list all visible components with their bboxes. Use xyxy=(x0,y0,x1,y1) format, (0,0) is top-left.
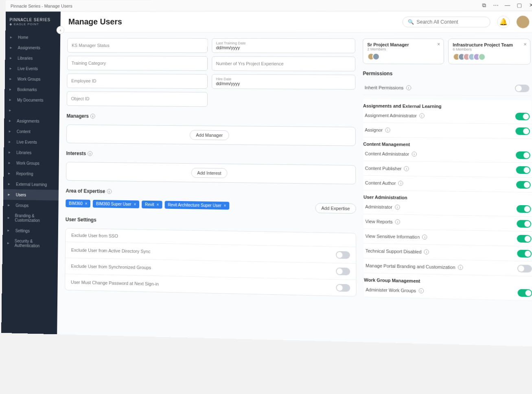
info-icon[interactable]: i xyxy=(406,85,411,90)
permission-toggle[interactable] xyxy=(516,181,531,189)
sidebar-item[interactable]: ▸Libraries xyxy=(5,53,60,63)
sidebar-item-label: Security & Authentication xyxy=(15,239,53,249)
permission-toggle[interactable] xyxy=(517,205,531,213)
sidebar-item[interactable]: ▸Settings xyxy=(2,225,58,236)
sidebar-item-label: My Documents xyxy=(17,98,44,102)
permission-row: Manage Portal Branding and Customization… xyxy=(364,258,532,277)
expertise-chip[interactable]: Revit Architecture Super User× xyxy=(164,201,229,210)
employee-id-field[interactable]: Employee ID xyxy=(67,74,208,89)
nav-item-icon: ▸ xyxy=(8,203,13,208)
sidebar-item[interactable]: ▸Work Groups xyxy=(5,74,60,84)
info-icon[interactable]: i xyxy=(90,114,95,118)
sidebar-item[interactable]: ▸External Learning xyxy=(3,179,59,190)
remove-team-icon[interactable]: × xyxy=(523,42,527,47)
sidebar-item[interactable]: ▸Assignments xyxy=(4,116,59,127)
sidebar-item[interactable]: ▸Reporting xyxy=(3,168,59,179)
remove-chip-icon[interactable]: × xyxy=(134,202,136,206)
sidebar-item-label: External Learning xyxy=(16,182,47,187)
remove-chip-icon[interactable]: × xyxy=(157,202,159,207)
info-icon[interactable]: i xyxy=(107,189,112,194)
info-icon[interactable]: i xyxy=(385,127,390,132)
minimize-icon[interactable]: — xyxy=(504,2,510,8)
collapse-sidebar-button[interactable]: ‹ xyxy=(57,26,65,34)
info-icon[interactable]: i xyxy=(395,219,400,225)
main: Manage Users 🔍 🔔 KS Manager Status xyxy=(57,11,532,346)
permission-toggle[interactable] xyxy=(516,166,531,174)
training-category-field[interactable]: Training Category xyxy=(67,56,208,71)
add-interest-button[interactable]: Add Interest xyxy=(191,168,227,178)
permission-toggle[interactable] xyxy=(515,127,530,135)
permission-row: Administer Work Groupsi xyxy=(364,282,532,301)
team-card[interactable]: ×Infrastructure Project Team6 Members xyxy=(448,39,531,65)
sidebar-item-label: Settings xyxy=(15,228,30,233)
info-icon[interactable]: i xyxy=(424,250,429,255)
notifications-button[interactable]: 🔔 xyxy=(497,15,510,28)
sidebar-item[interactable]: ▸Content xyxy=(4,126,59,137)
brand-line2: ◆ EAGLE POINT xyxy=(9,22,57,26)
info-icon[interactable]: i xyxy=(398,181,403,186)
window-controls: ⧉ ⋯ — ▢ ✕ xyxy=(481,2,532,8)
permission-toggle[interactable] xyxy=(518,289,532,297)
info-icon[interactable]: i xyxy=(88,151,92,156)
inherit-permissions-toggle[interactable] xyxy=(515,85,530,92)
ks-manager-status-field[interactable]: KS Manager Status xyxy=(67,38,208,53)
add-expertise-button[interactable]: Add Expertise xyxy=(315,203,356,214)
expertise-chips: BIM360×BIM360 Super User×Revit×Revit Arc… xyxy=(66,199,311,211)
setting-toggle[interactable] xyxy=(336,284,350,292)
years-experience-field[interactable]: Number of Yrs Project Experience xyxy=(212,56,355,71)
team-card[interactable]: ×Sr Project Manager2 Members xyxy=(363,38,444,64)
remove-team-icon[interactable]: × xyxy=(437,42,440,47)
sidebar-item[interactable]: ▸Assignments xyxy=(5,43,60,53)
info-icon[interactable]: i xyxy=(422,234,427,240)
sidebar-item[interactable]: ▸Live Events xyxy=(4,137,59,148)
expertise-chip[interactable]: Revit× xyxy=(142,201,162,209)
close-icon[interactable]: ✕ xyxy=(528,2,532,8)
permission-toggle[interactable] xyxy=(517,265,532,273)
sidebar-item[interactable]: ▸Work Groups xyxy=(4,158,59,169)
remove-chip-icon[interactable]: × xyxy=(224,204,226,208)
permission-toggle[interactable] xyxy=(517,220,531,228)
right-column: ×Sr Project Manager2 Members×Infrastruct… xyxy=(363,38,532,340)
maximize-icon[interactable]: ▢ xyxy=(516,2,522,8)
nav-item-icon: ▸ xyxy=(10,56,15,61)
expertise-chip[interactable]: BIM360× xyxy=(66,199,90,208)
remove-chip-icon[interactable]: × xyxy=(85,201,88,206)
setting-toggle[interactable] xyxy=(336,251,350,259)
permission-toggle[interactable] xyxy=(517,250,532,258)
sidebar-item[interactable]: ▸ xyxy=(4,105,60,116)
setting-toggle[interactable] xyxy=(336,267,350,275)
sidebar-item[interactable]: ▸My Documents xyxy=(4,95,60,106)
permission-toggle[interactable] xyxy=(515,113,530,120)
object-id-field[interactable]: Object ID xyxy=(67,91,208,107)
info-icon[interactable]: i xyxy=(458,265,463,270)
info-icon[interactable]: i xyxy=(395,205,400,210)
search-box[interactable]: 🔍 xyxy=(402,16,490,27)
sidebar-item-label: Reporting xyxy=(16,171,33,176)
sidebar-item[interactable]: ▸Live Events xyxy=(5,63,60,74)
hire-date-field[interactable]: Hire Date dd/mm/yyyy xyxy=(212,74,356,90)
cast-icon[interactable]: ⧉ xyxy=(481,2,487,8)
add-manager-button[interactable]: Add Manager xyxy=(190,130,229,140)
sidebar-item[interactable]: ▸Bookmarks xyxy=(4,84,60,95)
page-title: Manage Users xyxy=(68,17,122,26)
sidebar-item[interactable]: ▸Groups xyxy=(3,200,58,211)
expertise-chip[interactable]: BIM360 Super User× xyxy=(93,200,139,208)
info-icon[interactable]: i xyxy=(419,113,424,118)
info-icon[interactable]: i xyxy=(418,288,424,293)
more-icon[interactable]: ⋯ xyxy=(493,2,499,8)
sidebar-item[interactable]: ▸Security & Authentication xyxy=(2,236,58,252)
sidebar-item[interactable]: ▸Users xyxy=(3,189,59,201)
last-training-date-field[interactable]: Last Training Date dd/mm/yyyy xyxy=(212,38,355,53)
permission-toggle[interactable] xyxy=(517,235,532,243)
search-input[interactable] xyxy=(416,19,485,24)
sidebar-item[interactable]: ▸Libraries xyxy=(4,147,59,158)
nav-item-icon: ▸ xyxy=(9,98,14,103)
sidebar-item[interactable]: ▸Branding & Customization xyxy=(3,210,59,226)
info-icon[interactable]: i xyxy=(412,151,416,156)
user-avatar[interactable] xyxy=(517,15,530,28)
info-icon[interactable]: i xyxy=(404,166,409,171)
sidebar-item-label: Branding & Customization xyxy=(15,214,53,223)
permission-toggle[interactable] xyxy=(516,151,530,159)
team-member-avatar xyxy=(478,53,486,61)
sidebar-item[interactable]: ▸Home xyxy=(5,32,60,43)
